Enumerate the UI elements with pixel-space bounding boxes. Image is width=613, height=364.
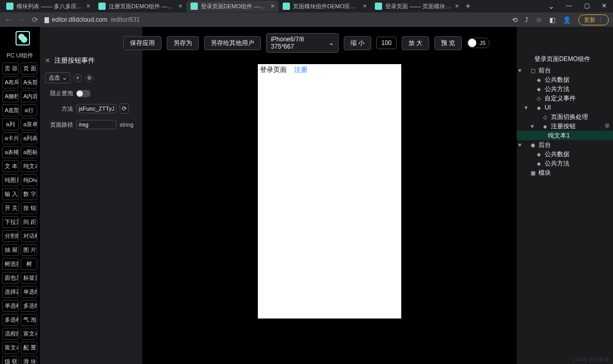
tree-node-page-switch[interactable]: ◇页面切换处理 xyxy=(517,112,613,122)
palette-chip[interactable]: a表格 xyxy=(2,146,19,158)
close-icon[interactable]: ✕ xyxy=(45,57,50,64)
tree-node-register-button[interactable]: ▾◈注册按钮举 xyxy=(517,122,613,131)
palette-chip[interactable]: 纯文本 xyxy=(21,160,37,172)
tree-node-public-method[interactable]: ◈公共方法 xyxy=(517,84,613,94)
palette-chip[interactable]: 对话框 xyxy=(21,230,37,242)
tree-node-module[interactable]: ▦模块 xyxy=(517,168,613,177)
js-toggle[interactable]: JS xyxy=(467,38,490,48)
palette-chip[interactable]: a菜单 xyxy=(21,118,37,130)
palette-chip[interactable]: 面包屑 xyxy=(2,272,19,284)
reload-icon[interactable]: ⟳ xyxy=(31,16,39,24)
back-icon[interactable]: ← xyxy=(4,16,12,24)
profile-icon[interactable]: 👤 xyxy=(563,16,571,24)
close-icon[interactable]: × xyxy=(179,3,182,10)
outline-root[interactable]: 登录页面DEMO组件 xyxy=(517,52,613,66)
zoom-in-button[interactable]: 放 大 xyxy=(402,36,429,50)
palette-chip[interactable]: 纯Div xyxy=(21,174,37,186)
palette-chip[interactable]: 富文本I xyxy=(2,342,19,354)
palette-chip[interactable]: 开 关 xyxy=(2,202,19,214)
canvas-register-link[interactable]: 注册 xyxy=(294,66,308,73)
palette-chip[interactable]: 抽 屉 xyxy=(2,244,19,256)
close-window-icon[interactable]: ✕ xyxy=(595,2,613,10)
palette-chip[interactable]: a图标 xyxy=(21,146,37,158)
palette-chip[interactable]: A头部 xyxy=(21,77,37,88)
browser-tab-active[interactable]: 登录页面DEMO组件 —— 多八多× xyxy=(186,1,279,12)
palette-chip[interactable]: 树选择 xyxy=(2,258,19,270)
palette-chip[interactable]: 文 本 xyxy=(2,160,19,172)
tree-node-public-data[interactable]: ◈公共数据 xyxy=(517,75,613,84)
palette-chip[interactable]: a列 xyxy=(2,118,19,130)
palette-chip[interactable]: 单选组 xyxy=(21,286,37,298)
palette-chip[interactable]: 流程图 xyxy=(2,328,19,340)
tree-node-ui[interactable]: ▾◈UI xyxy=(517,103,613,112)
share-icon[interactable]: ⤴ xyxy=(525,16,529,24)
palette-chip[interactable]: 富文本 xyxy=(21,328,37,340)
palette-chip[interactable]: 树 xyxy=(21,258,37,270)
palette-chip[interactable]: a卡片 xyxy=(2,132,19,144)
palette-chip[interactable]: 多选组 xyxy=(21,300,37,312)
palette-chip[interactable]: 页 面 xyxy=(21,63,37,74)
palette-chip[interactable]: 间 距 xyxy=(21,216,37,228)
palette-chip[interactable]: 气 泡 xyxy=(21,314,37,326)
translate-icon[interactable]: ⟲ xyxy=(512,16,518,24)
tree-node-text1[interactable]: 纯文本1 xyxy=(517,131,613,140)
close-icon[interactable]: × xyxy=(363,3,367,10)
browser-tab[interactable]: 登录页面 —— 页面模块组件DEM× xyxy=(371,1,463,12)
minimize-icon[interactable]: — xyxy=(560,2,578,10)
panel-icon[interactable]: ◧ xyxy=(549,16,556,24)
device-select[interactable]: iPhone6/7/8 375*667⌄ xyxy=(266,33,339,53)
palette-chip[interactable]: 标签页 xyxy=(21,272,37,284)
save-button[interactable]: 保存应用 xyxy=(123,36,162,50)
palette-chip[interactable]: 选择器 xyxy=(2,286,19,298)
twist-icon[interactable]: ▾ xyxy=(529,123,535,130)
palette-chip[interactable]: 图 片 xyxy=(21,244,37,256)
twist-icon[interactable]: ▾ xyxy=(517,67,523,74)
palette-chip[interactable]: A底部 xyxy=(2,104,19,116)
palette-chip[interactable]: 下拉菜 xyxy=(2,216,19,228)
tree-node-backend[interactable]: ▾◉后台 xyxy=(517,140,613,149)
palette-chip[interactable]: A侧栏 xyxy=(2,90,19,102)
preview-button[interactable]: 预 览 xyxy=(434,36,462,50)
palette-chip[interactable]: 级 联 xyxy=(2,356,19,364)
update-button[interactable]: 更新⋮ xyxy=(578,14,609,25)
palette-chip[interactable]: 数 字 xyxy=(21,188,37,200)
settings-icon[interactable]: ⚙ xyxy=(85,74,93,82)
add-icon[interactable]: + xyxy=(74,74,82,82)
close-icon[interactable]: × xyxy=(86,3,90,10)
palette-chip[interactable]: 滑 块 xyxy=(21,356,37,364)
star-icon[interactable]: ☆ xyxy=(536,16,542,24)
twist-icon[interactable]: ▾ xyxy=(517,141,523,148)
palette-chip[interactable]: 纯图片 xyxy=(2,174,19,186)
palette-chip[interactable]: 输 入 xyxy=(2,188,19,200)
method-input[interactable] xyxy=(76,104,116,113)
device-frame[interactable]: 登录页面 注册 xyxy=(258,64,401,318)
maximize-icon[interactable]: ▢ xyxy=(578,2,595,10)
close-icon[interactable]: × xyxy=(455,3,459,10)
palette-chip[interactable]: 按 钮 xyxy=(21,202,37,214)
palette-chip[interactable]: 页 容 xyxy=(2,63,19,74)
palette-chip[interactable]: A布局 xyxy=(2,77,19,88)
forward-icon[interactable]: → xyxy=(18,16,26,24)
palette-chip[interactable]: 配 置 xyxy=(21,342,37,354)
new-tab-button[interactable]: + xyxy=(463,2,473,11)
trigger-select[interactable]: 点击⌄ xyxy=(45,72,70,83)
palette-chip[interactable]: 单选框 xyxy=(2,300,19,312)
palette-chip[interactable]: a行 xyxy=(21,104,37,116)
browser-tab[interactable]: 模块列表 —— 多八多应用组件拼× xyxy=(2,1,94,12)
chevron-down-icon[interactable]: ⌄ xyxy=(543,2,560,10)
zoom-out-button[interactable]: 缩 小 xyxy=(344,36,371,50)
tree-node-custom-event[interactable]: ◇自定义事件 xyxy=(517,94,613,103)
close-icon[interactable]: × xyxy=(271,3,274,10)
browser-tab[interactable]: 注册页面DEMO组件 —— 多八× xyxy=(94,1,186,12)
stop-propagation-toggle[interactable] xyxy=(76,90,91,97)
palette-chip[interactable]: 分割线 xyxy=(2,230,19,242)
refresh-icon[interactable]: ⟳ xyxy=(120,103,129,114)
tree-node-b-public-data[interactable]: ◈公共数据 xyxy=(517,149,613,159)
saveas-button[interactable]: 另存为 xyxy=(167,36,199,50)
save-other-button[interactable]: 另存给其他用户 xyxy=(204,36,261,50)
twist-icon[interactable]: ▾ xyxy=(523,104,529,111)
tree-node-frontend[interactable]: ▾▢前台 xyxy=(517,66,613,75)
tree-node-b-public-method[interactable]: ◈公共方法 xyxy=(517,159,613,168)
palette-chip[interactable]: a列表 xyxy=(21,132,37,144)
url-box[interactable]: ▇ editor.d8dcloud.com/editor/631 xyxy=(45,16,469,23)
